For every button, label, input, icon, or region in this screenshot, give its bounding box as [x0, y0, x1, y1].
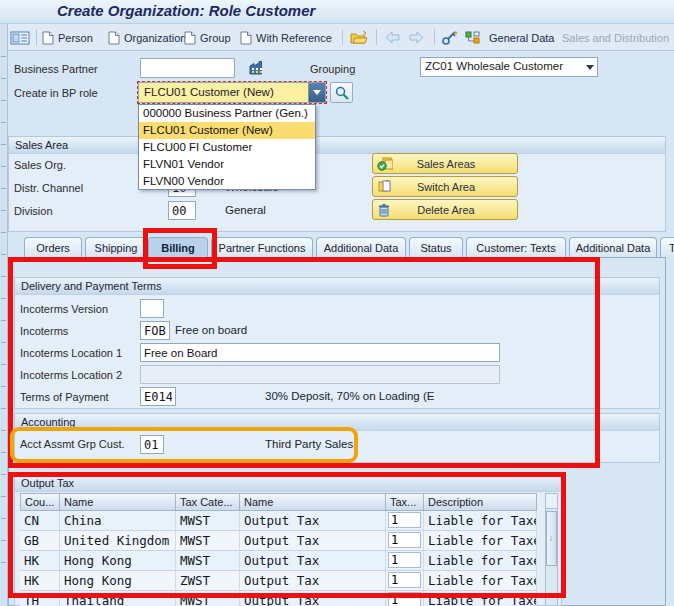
terms-row-label: Incoterms Version — [20, 303, 108, 315]
sales-and-distribution-button[interactable]: Sales and Distribution — [562, 28, 669, 47]
table-row[interactable]: THThailandMWSTOutput TaxLiable for Taxes — [20, 591, 537, 606]
factory-icon[interactable] — [248, 59, 267, 76]
column-header[interactable]: Tax... — [386, 493, 424, 511]
bp-role-value: FLCU01 Customer (New) — [144, 86, 274, 98]
create-with-reference-button[interactable]: With Reference — [240, 28, 332, 47]
tax-class-input[interactable] — [388, 592, 421, 606]
dropdown-option[interactable]: 000000 Business Partner (Gen.) — [139, 105, 315, 122]
dropdown-option[interactable]: FLVN00 Vendor — [139, 173, 315, 190]
table-cell: ZWST — [176, 571, 240, 590]
tab-orders[interactable]: Orders — [24, 237, 82, 258]
dropdown-option[interactable]: FLCU01 Customer (New) — [139, 122, 315, 139]
terms-row-input[interactable] — [140, 365, 500, 384]
tab-status[interactable]: Status — [409, 237, 463, 258]
create-person-button[interactable]: Person — [42, 28, 93, 47]
tax-class-input[interactable] — [388, 532, 421, 548]
tab-additional-data[interactable]: Additional Data — [569, 237, 657, 258]
terms-row-input[interactable] — [140, 321, 170, 340]
combo-dropdown-button[interactable] — [308, 83, 325, 102]
tax-class-cell — [386, 591, 424, 606]
gutter-tick — [1, 188, 6, 189]
table-row[interactable]: CNChinaMWSTOutput TaxLiable for Taxes — [20, 511, 537, 531]
table-row[interactable]: GBUnited KingdomMWSTOutput TaxLiable for… — [20, 531, 537, 551]
accounting-header: Accounting — [15, 414, 659, 431]
gutter-tick — [1, 408, 6, 409]
org-chart-button[interactable] — [464, 28, 481, 47]
create-button-label: With Reference — [256, 32, 332, 44]
bp-role-combobox[interactable]: FLCU01 Customer (New) — [138, 82, 326, 103]
window-left-gutter — [0, 24, 8, 606]
scrollbar-top-box — [546, 494, 557, 509]
delete-area-button[interactable]: Delete Area — [372, 199, 518, 220]
terms-row-input[interactable] — [140, 299, 164, 318]
dropdown-option[interactable]: FLCU00 FI Customer — [139, 139, 315, 156]
sales-row-label: Sales Org. — [14, 159, 66, 171]
output-tax-header: Output Tax — [15, 475, 561, 492]
gutter-tick — [1, 386, 6, 387]
switch-area-button[interactable]: Switch Area — [372, 176, 518, 197]
toolbar-separator — [36, 29, 37, 45]
overview-icon — [10, 30, 30, 46]
tab-partner-functions[interactable]: Partner Functions — [211, 237, 313, 258]
create-group-button[interactable]: Group — [184, 28, 231, 47]
button-label: Sales Areas — [393, 158, 499, 170]
terms-row-label: Incoterms Location 1 — [20, 347, 122, 359]
general-data-button[interactable]: General Data — [489, 28, 554, 47]
back-button[interactable] — [384, 28, 401, 47]
terms-row-input[interactable] — [140, 343, 500, 362]
column-header[interactable]: Description — [424, 493, 537, 511]
acct-assmt-grp-input[interactable] — [140, 435, 164, 454]
tax-class-input[interactable] — [388, 512, 421, 528]
dropdown-option[interactable]: FLVN01 Vendor — [139, 156, 315, 173]
back-arrow-icon — [384, 30, 401, 45]
tax-class-input[interactable] — [388, 572, 421, 588]
table-cell: Hong Kong — [60, 571, 176, 590]
lock-unlock-button[interactable] — [441, 28, 459, 47]
tab-additional-data[interactable]: Additional Data — [316, 237, 406, 258]
new-document-icon — [42, 31, 54, 45]
new-document-icon — [184, 31, 196, 45]
column-header[interactable]: Name — [240, 493, 386, 511]
table-cell: GB — [20, 531, 60, 550]
scrollbar-thumb[interactable]: ⁞ — [546, 511, 557, 566]
table-cell: MWST — [176, 511, 240, 530]
output-tax-scrollbar[interactable]: ⁞ — [545, 493, 558, 606]
tab-customer-texts[interactable]: Customer: Texts — [466, 237, 566, 258]
forward-button[interactable] — [408, 28, 425, 47]
org-chart-icon — [464, 30, 481, 45]
column-header[interactable]: Cou... — [20, 493, 60, 511]
delivery-payment-header: Delivery and Payment Terms — [15, 278, 659, 295]
gutter-tick — [1, 452, 6, 453]
sales-row-input[interactable] — [168, 201, 196, 220]
terms-row-input[interactable] — [140, 387, 176, 406]
chevron-down-icon — [313, 90, 321, 95]
table-cell: HK — [20, 551, 60, 570]
table-row[interactable]: HKHong KongMWSTOutput TaxLiable for Taxe… — [20, 551, 537, 571]
gutter-tick — [1, 232, 6, 233]
open-bp-button[interactable] — [350, 28, 368, 47]
tab-billing[interactable]: Billing — [148, 237, 208, 258]
tax-class-input[interactable] — [388, 552, 421, 568]
overview-button[interactable] — [10, 28, 30, 47]
grouping-value: ZC01 Wholesale Customer — [425, 60, 563, 72]
create-organization-button[interactable]: Organization — [108, 28, 186, 47]
table-cell: HK — [20, 571, 60, 590]
table-cell: Output Tax — [240, 571, 386, 590]
column-header[interactable]: Name — [60, 493, 176, 511]
business-partner-input[interactable] — [140, 58, 235, 78]
tab-tran[interactable]: Tran — [660, 237, 674, 258]
delete-trash-icon — [377, 203, 393, 217]
sales-areas-check-icon — [377, 157, 393, 171]
create-button-label: Organization — [124, 32, 186, 44]
grouping-select[interactable]: ZC01 Wholesale Customer — [420, 57, 598, 77]
tab-shipping[interactable]: Shipping — [85, 237, 147, 258]
sales-row-desc: General — [225, 204, 266, 216]
bp-role-search-button[interactable] — [330, 82, 353, 103]
sales-areas-button[interactable]: Sales Areas — [372, 153, 518, 174]
tax-class-cell — [386, 571, 424, 590]
gutter-tick — [1, 518, 6, 519]
column-header[interactable]: Tax Cate... — [176, 493, 240, 511]
forward-arrow-icon — [408, 30, 425, 45]
table-row[interactable]: HKHong KongZWSTOutput TaxLiable for Taxe… — [20, 571, 537, 591]
business-partner-label: Business Partner — [14, 63, 98, 75]
